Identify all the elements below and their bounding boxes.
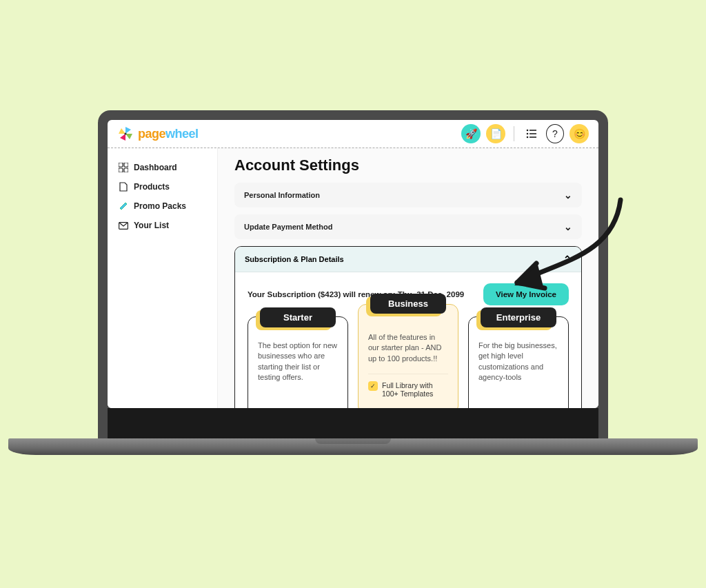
chevron-up-icon: ⌃	[563, 254, 572, 265]
mail-icon	[119, 221, 128, 230]
accordion-label: Update Payment Method	[244, 223, 332, 231]
check-icon: ✓	[368, 381, 378, 391]
plan-badge: Starter	[260, 307, 336, 327]
plan-grid: Starter The best option for new business…	[248, 316, 569, 408]
sidebar-item-products[interactable]: Products	[112, 177, 213, 196]
svg-rect-6	[530, 136, 536, 138]
svg-rect-4	[530, 133, 536, 134]
subscription-body: Your Subscription ($423) will renew on: …	[235, 272, 581, 408]
file-icon	[119, 182, 128, 192]
pinwheel-icon	[117, 125, 134, 142]
header-divider	[514, 126, 514, 141]
plan-desc: For the big businesses, get high level c…	[478, 341, 558, 383]
svg-rect-9	[119, 168, 123, 172]
list-icon	[526, 129, 537, 139]
chevron-down-icon: ⌄	[564, 221, 572, 232]
svg-rect-8	[124, 163, 128, 167]
svg-rect-7	[119, 163, 123, 167]
laptop-base-edge	[8, 448, 698, 455]
topbar: pagewheel 🚀 📄	[108, 120, 598, 148]
brand-text-1: page	[138, 127, 165, 141]
copy-icon: 📄	[490, 128, 502, 139]
view-invoice-button[interactable]: View My Invoice	[483, 283, 569, 305]
brand-text-2: wheel	[165, 127, 199, 141]
plan-badge: Enterprise	[481, 307, 556, 327]
sidebar-item-label: Products	[134, 182, 170, 192]
svg-rect-2	[530, 130, 536, 131]
accordion-subscription[interactable]: Subscription & Plan Details ⌃	[235, 247, 581, 272]
accordion-label: Personal Information	[244, 191, 320, 199]
grid-icon	[119, 163, 128, 172]
rocket-button[interactable]: 🚀	[461, 124, 481, 143]
laptop-mockup: pagewheel 🚀 📄	[98, 110, 608, 455]
sidebar-item-label: Your List	[134, 221, 169, 230]
list-button[interactable]	[523, 124, 541, 143]
plan-desc: All of the features in our starter plan …	[368, 332, 448, 364]
screen-frame: pagewheel 🚀 📄	[98, 110, 608, 438]
accordion-personal-info[interactable]: Personal Information ⌄	[234, 183, 582, 207]
rocket-icon: 🚀	[465, 128, 477, 139]
accordion-payment-method[interactable]: Update Payment Method ⌄	[234, 214, 582, 239]
sidebar-item-label: Dashboard	[134, 163, 177, 172]
svg-point-1	[527, 130, 529, 132]
copy-button[interactable]: 📄	[486, 124, 505, 143]
plan-business[interactable]: Business All of the features in our star…	[358, 304, 458, 408]
plan-starter[interactable]: Starter The best option for new business…	[248, 316, 348, 408]
sidebar: Dashboard Products Promo Packs	[108, 148, 218, 408]
svg-point-3	[527, 133, 529, 135]
smile-icon: 😊	[574, 128, 585, 139]
sidebar-item-your-list[interactable]: Your List	[112, 216, 213, 235]
laptop-base	[8, 438, 698, 448]
accordion-label: Subscription & Plan Details	[245, 255, 344, 263]
keyboard-strip	[108, 408, 598, 438]
plan-badge: Business	[370, 294, 446, 314]
plan-enterprise[interactable]: Enterprise For the big businesses, get h…	[468, 316, 569, 408]
sidebar-item-label: Promo Packs	[134, 201, 186, 211]
plan-feature-text: Full Library with 100+ Templates	[382, 381, 448, 398]
page-title: Account Settings	[234, 156, 582, 174]
subscription-panel: Subscription & Plan Details ⌃ Your Subsc…	[234, 246, 582, 408]
plan-feature: ✓ Full Library with 100+ Templates	[368, 374, 448, 398]
app-screen: pagewheel 🚀 📄	[108, 120, 598, 408]
svg-point-0	[124, 132, 126, 134]
svg-point-5	[527, 136, 529, 139]
main-content: Account Settings Personal Information ⌄ …	[218, 148, 598, 408]
sidebar-item-dashboard[interactable]: Dashboard	[112, 158, 213, 177]
plan-desc: The best option for new businesses who a…	[258, 341, 338, 383]
smile-button[interactable]: 😊	[569, 124, 589, 143]
chevron-down-icon: ⌄	[564, 190, 572, 201]
svg-rect-10	[124, 168, 128, 172]
sidebar-item-promo-packs[interactable]: Promo Packs	[112, 196, 213, 216]
brand-logo[interactable]: pagewheel	[117, 125, 199, 142]
promo-icon	[119, 201, 128, 211]
help-icon: ?	[552, 128, 558, 139]
help-button[interactable]: ?	[546, 124, 564, 143]
